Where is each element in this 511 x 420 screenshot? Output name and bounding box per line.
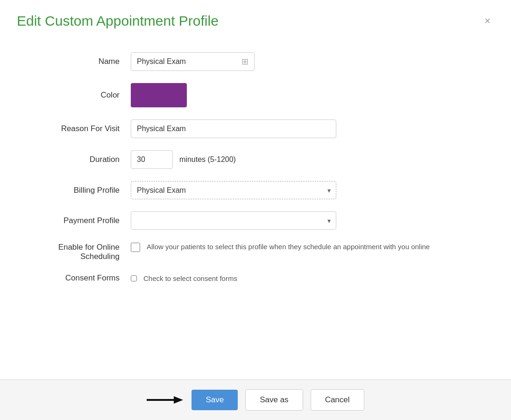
payment-row: Payment Profile ▾ [28, 211, 483, 230]
reason-label: Reason For Visit [28, 124, 131, 133]
consent-forms-checkbox[interactable] [131, 275, 137, 281]
save-button[interactable]: Save [192, 390, 238, 410]
online-scheduling-control: Allow your patients to select this profi… [131, 242, 430, 252]
modal: Edit Custom Appointment Profile × Name ⊞… [0, 0, 511, 420]
online-scheduling-checkbox[interactable] [131, 243, 140, 252]
svg-marker-1 [174, 396, 183, 404]
duration-hint: minutes (5-1200) [179, 155, 236, 164]
name-input-wrapper: ⊞ [131, 52, 255, 71]
online-scheduling-desc: Allow your patients to select this profi… [147, 242, 430, 252]
arrow-icon [147, 392, 184, 407]
color-row: Color [28, 83, 483, 107]
reason-input[interactable] [131, 119, 336, 138]
cancel-button[interactable]: Cancel [311, 389, 364, 411]
color-swatch[interactable] [131, 83, 187, 107]
billing-select-wrapper: Physical Exam ▾ [131, 181, 336, 199]
modal-body: Name ⊞ Color Reason For Visit Duration m… [0, 38, 511, 379]
consent-forms-label: Consent Forms [28, 273, 131, 283]
modal-header: Edit Custom Appointment Profile × [0, 0, 511, 38]
name-input[interactable] [131, 53, 236, 70]
online-scheduling-row: Enable for OnlineScheduling Allow your p… [28, 242, 483, 261]
name-label: Name [28, 57, 131, 66]
payment-select[interactable] [131, 211, 336, 230]
name-row: Name ⊞ [28, 52, 483, 71]
duration-label: Duration [28, 155, 131, 164]
arrow-indicator [147, 392, 184, 407]
online-scheduling-label: Enable for OnlineScheduling [28, 242, 131, 261]
modal-title: Edit Custom Appointment Profile [17, 13, 219, 29]
name-icon: ⊞ [236, 53, 254, 70]
color-label: Color [28, 91, 131, 100]
consent-forms-desc: Check to select consent forms [143, 274, 237, 282]
billing-label: Billing Profile [28, 186, 131, 195]
save-as-button[interactable]: Save as [245, 389, 303, 411]
modal-footer: Save Save as Cancel [0, 379, 511, 420]
duration-row: Duration minutes (5-1200) [28, 150, 483, 169]
billing-select[interactable]: Physical Exam [131, 181, 336, 199]
reason-row: Reason For Visit [28, 119, 483, 138]
duration-controls: minutes (5-1200) [131, 150, 236, 169]
payment-label: Payment Profile [28, 216, 131, 225]
payment-select-wrapper: ▾ [131, 211, 336, 230]
close-button[interactable]: × [481, 14, 494, 28]
duration-input[interactable] [131, 150, 173, 169]
consent-forms-control: Check to select consent forms [131, 274, 237, 282]
consent-forms-row: Consent Forms Check to select consent fo… [28, 273, 483, 283]
billing-row: Billing Profile Physical Exam ▾ [28, 181, 483, 199]
